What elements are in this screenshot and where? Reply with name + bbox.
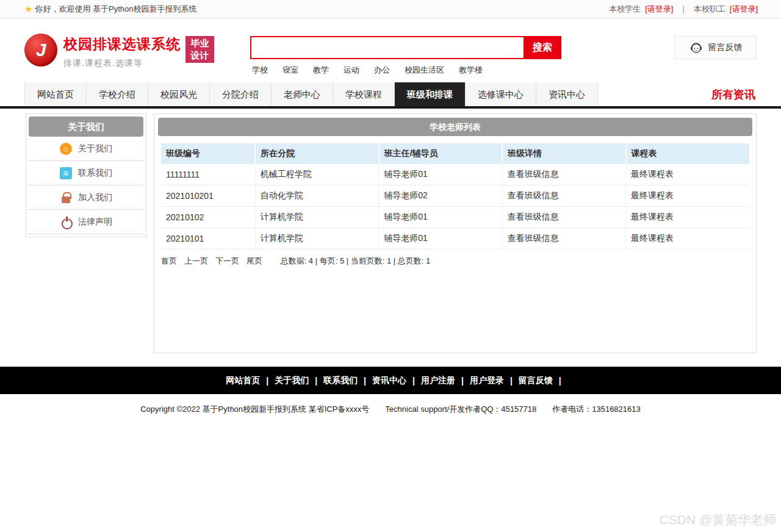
pagination: 首页上一页下一页尾页 总数据: 4 | 每页: 5 | 当前页数: 1 | 总页…: [161, 256, 749, 267]
pagination-link[interactable]: 首页: [161, 256, 177, 265]
sidebar-title: 关于我们: [29, 117, 143, 137]
site-title: 校园排课选课系统: [63, 35, 181, 54]
college-cell: 计算机学院: [255, 228, 378, 250]
class-id-cell: 2021010201: [161, 185, 255, 207]
lock-icon: [60, 192, 72, 204]
column-header: 班级编号: [161, 143, 255, 164]
schedule-link[interactable]: 最终课程表: [626, 228, 749, 250]
footer-link[interactable]: 用户登录: [470, 375, 504, 386]
column-header: 课程表: [626, 143, 749, 164]
hot-word-link[interactable]: 运动: [344, 65, 359, 74]
page-header: J 校园排课选课系统 排课.课程表.选课等 毕业 设计 搜索 学校寝室教学运动办…: [0, 18, 781, 82]
staff-login-link[interactable]: [请登录]: [730, 4, 758, 15]
sidebar-item-label: 联系我们: [78, 168, 112, 179]
graduation-badge: 毕业 设计: [185, 36, 214, 63]
teacher-cell: 辅导老师01: [379, 228, 502, 250]
top-bar: ★ 你好，欢迎使用 基于Python校园新手报到系统 本校学生 [请登录] | …: [0, 0, 781, 18]
college-cell: 机械工程学院: [255, 164, 378, 185]
nav-item[interactable]: 分院介绍: [210, 82, 272, 106]
schedule-link[interactable]: 最终课程表: [626, 164, 749, 185]
nav-item[interactable]: 校园风光: [148, 82, 210, 106]
logo-icon: J: [24, 34, 57, 66]
nav-item[interactable]: 选修课中心: [466, 82, 536, 106]
nav-item[interactable]: 班级和排课: [395, 82, 466, 106]
nav-item[interactable]: 学校课程: [333, 82, 395, 106]
hot-word-link[interactable]: 寝室: [283, 65, 298, 74]
content-area: 关于我们 关于我们 联系我们 加入我们 法律声明 学校老师列表 班级编号所在分院…: [24, 109, 757, 353]
feedback-button[interactable]: 留言反馈: [674, 36, 757, 59]
home-icon: [60, 143, 72, 155]
footer-link[interactable]: 网站首页: [226, 375, 260, 386]
class-detail-link[interactable]: 查看班级信息: [502, 207, 625, 228]
nav-item[interactable]: 资讯中心: [536, 82, 598, 106]
power-icon: [60, 216, 72, 228]
class-detail-link[interactable]: 查看班级信息: [502, 185, 625, 207]
sidebar-item-label: 法律声明: [78, 217, 112, 228]
student-label: 本校学生: [609, 4, 641, 15]
table-row: 20210102 计算机学院 辅导老师01 查看班级信息 最终课程表: [161, 207, 749, 228]
schedule-link[interactable]: 最终课程表: [626, 207, 749, 228]
footer-separator: |: [559, 376, 561, 386]
copyright-line: Copyright ©2022 基于Python校园新手报到系统 某省ICP备x…: [0, 404, 781, 415]
pagination-link[interactable]: 尾页: [247, 256, 262, 265]
class-id-cell: 11111111: [161, 164, 255, 185]
pagination-stats: 总数据: 4 | 每页: 5 | 当前页数: 1 | 总页数: 1: [281, 256, 431, 265]
footer-link[interactable]: 留言反馈: [519, 375, 553, 386]
clipboard-icon: [60, 167, 72, 179]
schedule-link[interactable]: 最终课程表: [626, 185, 749, 207]
table-row: 11111111 机械工程学院 辅导老师01 查看班级信息 最终课程表: [161, 164, 749, 185]
topbar-divider: |: [682, 4, 684, 13]
table-row: 20210101 计算机学院 辅导老师01 查看班级信息 最终课程表: [161, 228, 749, 250]
class-detail-link[interactable]: 查看班级信息: [502, 228, 625, 250]
all-news-link[interactable]: 所有资讯: [711, 87, 757, 102]
college-cell: 计算机学院: [255, 207, 378, 228]
feedback-label: 留言反馈: [708, 42, 743, 53]
teacher-cell: 辅导老师01: [379, 164, 502, 185]
footer-link[interactable]: 关于我们: [275, 375, 309, 386]
customer-service-icon: [689, 40, 704, 55]
nav-item[interactable]: 学校介绍: [87, 82, 148, 106]
star-icon: ★: [24, 4, 32, 15]
about-sidebar: 关于我们 关于我们 联系我们 加入我们 法律声明: [26, 113, 146, 237]
hot-word-link[interactable]: 教学: [313, 65, 329, 74]
pagination-link[interactable]: 上一页: [184, 256, 208, 265]
class-detail-link[interactable]: 查看班级信息: [502, 164, 625, 185]
sidebar-item-label: 加入我们: [78, 192, 112, 203]
sidebar-item[interactable]: 联系我们: [29, 161, 143, 185]
phone-text: 作者电话：13516821613: [552, 404, 641, 414]
search-input[interactable]: [250, 36, 524, 59]
class-id-cell: 20210102: [161, 207, 255, 228]
staff-label: 本校职工: [694, 4, 725, 15]
hot-words: 学校寝室教学运动办公校园生活区教学楼: [250, 65, 561, 76]
sidebar-item[interactable]: 加入我们: [29, 185, 143, 210]
footer-link[interactable]: 资讯中心: [372, 375, 406, 386]
teacher-cell: 辅导老师02: [379, 185, 502, 207]
sidebar-item[interactable]: 法律声明: [29, 210, 143, 234]
csdn-watermark: CSDN @黄菊华老师: [659, 511, 776, 528]
search-button[interactable]: 搜索: [524, 36, 561, 59]
nav-item[interactable]: 网站首页: [24, 82, 87, 106]
footer-nav: 网站首页 | 关于我们 | 联系我们 | 资讯中心 | 用户注册 | 用户登录 …: [0, 367, 781, 394]
hot-word-link[interactable]: 校园生活区: [405, 65, 444, 74]
welcome-text: 你好，欢迎使用 基于Python校园新手报到系统: [35, 4, 196, 15]
support-text: Technical support/开发作者QQ：45157718: [385, 404, 536, 414]
search-area: 搜索 学校寝室教学运动办公校园生活区教学楼: [250, 36, 561, 76]
panel-title: 学校老师列表: [158, 118, 752, 136]
column-header: 班主任/辅导员: [379, 143, 502, 164]
table-header-row: 班级编号所在分院班主任/辅导员班级详情课程表: [161, 143, 749, 164]
site-logo[interactable]: J 校园排课选课系统 排课.课程表.选课等 毕业 设计: [24, 34, 214, 69]
footer-link[interactable]: 用户注册: [421, 375, 455, 386]
class-table: 班级编号所在分院班主任/辅导员班级详情课程表 11111111 机械工程学院 辅…: [161, 143, 749, 250]
footer-link[interactable]: 联系我们: [323, 375, 358, 386]
site-subtitle: 排课.课程表.选课等: [63, 58, 181, 69]
column-header: 班级详情: [502, 143, 625, 164]
hot-word-link[interactable]: 办公: [374, 65, 390, 74]
nav-item[interactable]: 老师中心: [272, 82, 333, 106]
hot-word-link[interactable]: 学校: [252, 65, 268, 74]
sidebar-item[interactable]: 关于我们: [29, 137, 143, 161]
sidebar-item-label: 关于我们: [78, 143, 112, 154]
pagination-link[interactable]: 下一页: [215, 256, 239, 265]
hot-word-link[interactable]: 教学楼: [459, 65, 483, 74]
student-login-link[interactable]: [请登录]: [645, 4, 673, 15]
column-header: 所在分院: [255, 143, 378, 164]
